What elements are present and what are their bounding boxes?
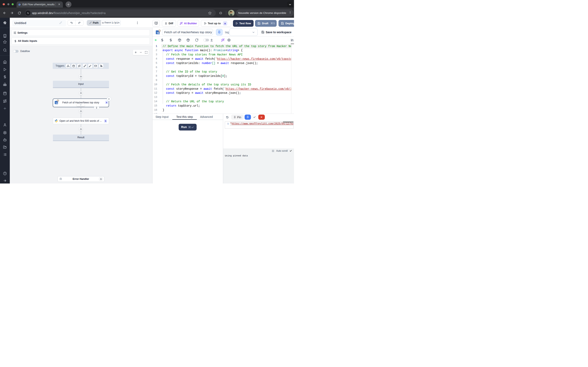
svg-text:TS: TS — [157, 32, 159, 34]
